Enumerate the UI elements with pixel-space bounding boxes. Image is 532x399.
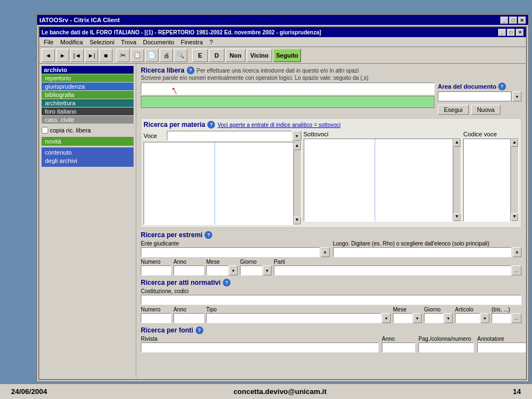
menu-finestra[interactable]: Finestra xyxy=(177,38,206,46)
menu-bar: File Modifica Selezioni Trova Documento … xyxy=(39,37,526,47)
menu-modifica[interactable]: Modifica xyxy=(57,38,86,46)
nuova-btn[interactable]: Nuova xyxy=(471,105,501,115)
mese-dropdown[interactable]: ▼ xyxy=(229,265,238,275)
numero-label: Numero xyxy=(141,259,171,265)
last-btn[interactable]: ►| xyxy=(85,49,98,62)
sidebar-item-foro-italiano[interactable]: foro italiano xyxy=(42,108,134,115)
inner-close-btn[interactable]: ✕ xyxy=(516,29,524,36)
sidebar-item-cass-civile[interactable]: cass. civile xyxy=(42,116,134,124)
area-documento-input[interactable] xyxy=(438,91,511,101)
articolo-dropdown[interactable]: ▼ xyxy=(480,313,489,323)
archivio-title: archivio xyxy=(42,66,134,74)
contenuto-archivi-btn[interactable]: contenutodegli archivi xyxy=(42,147,134,167)
giorno-estremi-input[interactable] xyxy=(240,265,262,275)
sidebar-item-repertorio[interactable]: repertorio xyxy=(42,74,134,82)
costituzione-input[interactable] xyxy=(141,295,521,305)
btn-non[interactable]: Non xyxy=(226,49,245,62)
menu-file[interactable]: File xyxy=(40,38,57,46)
mese-atti-input[interactable] xyxy=(393,313,412,323)
ricerca-libera-help-icon[interactable]: ? xyxy=(187,66,195,74)
numero-atti-input[interactable] xyxy=(141,313,171,323)
menu-help[interactable]: ? xyxy=(206,38,216,46)
copia-ric-libera-checkbox[interactable] xyxy=(42,127,48,134)
menu-trova[interactable]: Trova xyxy=(117,38,140,46)
btn-e[interactable]: E xyxy=(192,49,208,62)
giorno-atti-label: Giorno xyxy=(424,306,453,313)
parti-input[interactable] xyxy=(274,265,511,275)
annotatore-fonti-label: Annotatore xyxy=(477,336,521,342)
giorno-atti-input[interactable] xyxy=(424,313,443,323)
sidebar-item-giurisprudenza[interactable]: giurisprudenza xyxy=(42,83,134,90)
novita-btn[interactable]: novità xyxy=(42,137,134,146)
btn-vicino[interactable]: Vicino xyxy=(247,49,272,62)
ricerca-materia-help-icon[interactable]: ? xyxy=(207,121,215,129)
annotatore-fonti-input[interactable] xyxy=(477,342,526,352)
numero-input[interactable] xyxy=(141,265,171,275)
search-panel: Ricerca libera ? Per effettuare una rice… xyxy=(136,64,526,378)
parti-ellipsis[interactable]: ... xyxy=(511,265,521,275)
ricerca-fonti-help-icon[interactable]: ? xyxy=(196,326,203,334)
esegui-btn[interactable]: Esegui xyxy=(438,105,469,115)
luogo-dropdown[interactable]: ▼ xyxy=(513,247,521,257)
voce-dropdown[interactable]: ▼ xyxy=(293,131,301,141)
ricerca-estremi-help-icon[interactable]: ? xyxy=(204,231,212,239)
close-btn[interactable]: ✕ xyxy=(518,17,526,24)
stop-btn[interactable]: ■ xyxy=(99,49,112,62)
ricerca-atti-help-icon[interactable]: ? xyxy=(223,279,231,287)
ricerca-estremi-title: Ricerca per estremi xyxy=(141,231,202,239)
ente-dropdown[interactable]: ▼ xyxy=(321,247,330,257)
anno-atti-input[interactable] xyxy=(173,313,204,323)
ica-title-bar: tATOOSrv - Citrix ICA Client _ □ ✕ xyxy=(37,15,528,25)
ricerca-libera-help-text: Per effettuare una ricerca introdurre da… xyxy=(197,68,359,74)
inner-title-text: Le banche dati de IL FORO ITALIANO - [(1… xyxy=(42,29,321,35)
sidebar-item-bibliografia[interactable]: bibliografia xyxy=(42,91,134,99)
giorno-atti-dropdown[interactable]: ▼ xyxy=(444,313,453,323)
luogo-label: Luogo. Digitare (es. Rho) o scegliere da… xyxy=(333,241,522,247)
menu-documento[interactable]: Documento xyxy=(140,38,177,46)
back-btn[interactable]: ◄ xyxy=(42,49,55,62)
maximize-btn[interactable]: □ xyxy=(509,17,517,24)
materia-link[interactable]: Voci aperte a entrate di indice analitic… xyxy=(217,122,340,128)
mese-atti-dropdown[interactable]: ▼ xyxy=(413,313,422,323)
bis-atti-input[interactable] xyxy=(492,313,511,323)
copia-ric-label: copia ric. libera xyxy=(50,127,91,134)
mese-estremi-input[interactable] xyxy=(206,265,228,275)
sidebar-item-architettura[interactable]: architettura xyxy=(42,99,134,107)
inner-minimize-btn[interactable]: _ xyxy=(498,29,506,36)
btn-seguito[interactable]: Seguito xyxy=(273,49,301,62)
voce-input[interactable] xyxy=(167,131,291,141)
ricerca-libera-input[interactable] xyxy=(141,83,434,95)
anno-estremi-input[interactable] xyxy=(173,265,204,275)
area-documento-dropdown[interactable]: ▼ xyxy=(513,91,521,101)
paste-btn[interactable]: 📄 xyxy=(145,49,158,62)
print-btn[interactable]: 🖨 xyxy=(160,49,173,62)
archivio-section: archivio repertorio giurisprudenza bibli… xyxy=(42,66,134,124)
rivista-input[interactable] xyxy=(141,342,378,352)
area-documento-help-icon[interactable]: ? xyxy=(498,83,506,90)
tipo-dropdown[interactable]: ▼ xyxy=(382,313,391,323)
luogo-input[interactable] xyxy=(333,247,512,257)
articolo-atti-input[interactable] xyxy=(455,313,480,323)
bis-atti-label: (bis, ...) xyxy=(492,306,521,313)
tipo-atti-input[interactable] xyxy=(206,313,381,323)
anno-atti-label: Anno xyxy=(173,306,204,313)
voce-label: Voce xyxy=(144,132,166,139)
first-btn[interactable]: |◄ xyxy=(70,49,84,62)
ricerca-fonti-title: Ricerca per fonti xyxy=(141,326,193,334)
giorno-dropdown[interactable]: ▼ xyxy=(263,265,272,275)
minimize-btn[interactable]: _ xyxy=(500,17,508,24)
menu-selezioni[interactable]: Selezioni xyxy=(86,38,118,46)
ricerca-materia-title: Ricerca per materia xyxy=(144,121,205,129)
copy-btn[interactable]: 📋 xyxy=(131,49,144,62)
pag-fonti-input[interactable] xyxy=(418,342,474,352)
anno-fonti-input[interactable] xyxy=(382,342,415,352)
bis-ellipsis[interactable]: ... xyxy=(511,313,521,323)
ricerca-libera-title: Ricerca libera xyxy=(141,66,185,74)
search-btn[interactable]: 🔍 xyxy=(174,49,187,62)
inner-maximize-btn[interactable]: □ xyxy=(507,29,515,36)
ente-input[interactable] xyxy=(141,247,320,257)
btn-d[interactable]: D xyxy=(209,49,224,62)
forward-btn[interactable]: ► xyxy=(56,49,69,62)
cut-btn[interactable]: ✂ xyxy=(116,49,130,62)
ricerca-materia-section: Ricerca per materia ? Voci aperte a entr… xyxy=(141,118,521,228)
